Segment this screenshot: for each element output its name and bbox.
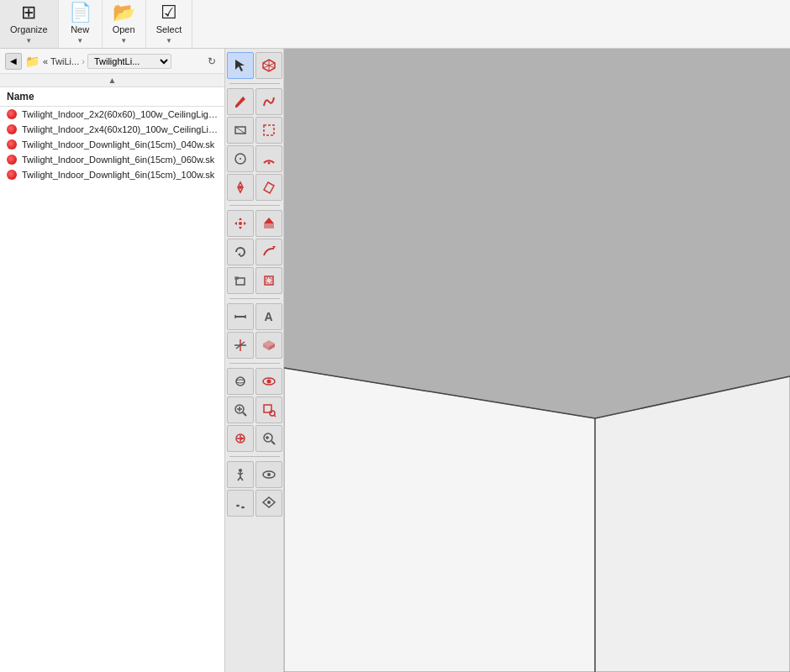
tool-row-8 — [227, 267, 282, 294]
svg-marker-13 — [264, 182, 274, 193]
tool-separator-5 — [229, 456, 280, 457]
list-item[interactable]: Twilight_Indoor_Downlight_6in(15cm)_060w… — [0, 152, 224, 167]
svg-line-41 — [243, 412, 246, 416]
tool-row-13 — [227, 425, 282, 452]
svg-point-63 — [236, 505, 240, 507]
main-toolbar: ⊞ Organize ▼ 📄 New ▼ 📂 Open ▼ ☑ Select ▼ — [0, 0, 790, 49]
circle-tool-button[interactable] — [227, 145, 254, 172]
rotate-tool-button[interactable] — [227, 239, 254, 265]
tool-row-1 — [227, 52, 282, 79]
scale-tool-button[interactable] — [227, 267, 254, 294]
walk-button[interactable] — [227, 461, 254, 488]
organize-arrow: ▼ — [25, 37, 32, 45]
svg-rect-24 — [234, 276, 239, 280]
section-plane-button[interactable] — [255, 332, 282, 359]
collapse-bar[interactable]: ▲ — [0, 74, 224, 87]
tool-row-12 — [227, 396, 282, 423]
orbit-button[interactable] — [227, 368, 254, 395]
look-around-button[interactable] — [255, 461, 282, 488]
tool-row-5 — [227, 174, 282, 201]
follow-me-button[interactable] — [255, 239, 282, 265]
open-label: Open — [113, 24, 135, 34]
svg-marker-16 — [234, 222, 237, 225]
select-arrow: ▼ — [166, 37, 172, 45]
push-pull-button[interactable] — [255, 210, 282, 237]
folder-icon: 📁 — [25, 55, 40, 68]
new-button[interactable]: 📄 New ▼ — [59, 0, 103, 48]
arc-tool-button[interactable] — [255, 145, 282, 172]
file-icon — [7, 155, 17, 165]
breadcrumb-path: « TwiLi... › TwilightLi... — [43, 54, 201, 69]
svg-marker-15 — [239, 227, 242, 229]
svg-line-7 — [235, 127, 245, 134]
open-button[interactable]: 📂 Open ▼ — [103, 0, 146, 48]
3d-tool-button[interactable] — [255, 52, 282, 79]
open-arrow: ▼ — [120, 37, 127, 45]
svg-point-11 — [267, 162, 270, 165]
list-item[interactable]: Twilight_Indoor_2x2(60x60)_100w_CeilingL… — [0, 107, 224, 122]
list-item[interactable]: Twilight_Indoor_Downlight_6in(15cm)_100w… — [0, 167, 224, 182]
zoom-extents-button[interactable] — [227, 425, 254, 452]
svg-point-55 — [239, 469, 242, 472]
svg-point-37 — [236, 380, 245, 383]
select-rect-tool-button[interactable] — [255, 117, 282, 144]
pen-tool-button[interactable] — [227, 174, 254, 201]
eraser-tool-button[interactable] — [255, 174, 282, 201]
rect-tool-button[interactable] — [227, 117, 254, 144]
svg-point-62 — [267, 473, 271, 476]
svg-marker-17 — [244, 222, 246, 225]
back-button[interactable]: ◀ — [5, 53, 22, 70]
select-tool-button[interactable] — [227, 52, 254, 79]
tool-row-7 — [227, 239, 282, 265]
svg-marker-21 — [238, 253, 240, 256]
file-icon — [7, 139, 17, 150]
new-arrow: ▼ — [76, 37, 83, 45]
pencil-tool-button[interactable] — [227, 88, 254, 115]
svg-line-52 — [271, 441, 275, 444]
offset-tool-button[interactable] — [255, 267, 282, 294]
breadcrumb-separator: › — [82, 56, 85, 66]
list-item[interactable]: Twilight_Indoor_2x4(60x120)_100w_Ceiling… — [0, 122, 224, 137]
svg-rect-19 — [264, 223, 274, 228]
svg-point-18 — [239, 222, 242, 225]
refresh-button[interactable]: ↻ — [204, 54, 219, 69]
move-tool-button[interactable] — [227, 210, 254, 237]
axes-tool-button[interactable] — [227, 332, 254, 359]
main-area: ◀ 📁 « TwiLi... › TwilightLi... ↻ ▲ Name … — [0, 49, 790, 672]
look-button[interactable] — [255, 368, 282, 395]
file-icon — [7, 109, 17, 119]
left-panel: ◀ 📁 « TwiLi... › TwilightLi... ↻ ▲ Name … — [0, 49, 225, 672]
zoom-window-button[interactable] — [255, 396, 282, 423]
advanced-camera-button[interactable] — [255, 490, 282, 517]
text-tool-button[interactable]: A — [255, 303, 282, 330]
tool-separator-3 — [229, 298, 280, 299]
zoom-previous-button[interactable] — [255, 425, 282, 452]
svg-line-46 — [274, 415, 276, 417]
svg-point-12 — [239, 186, 242, 189]
3d-viewport[interactable] — [284, 49, 790, 672]
organize-icon: ⊞ — [21, 3, 36, 22]
breadcrumb-dropdown[interactable]: TwilightLi... — [87, 54, 171, 69]
organize-label: Organize — [10, 24, 48, 34]
select-icon: ☑ — [161, 3, 177, 22]
tool-row-9: A — [227, 303, 282, 330]
zoom-button[interactable] — [227, 396, 254, 423]
select-button[interactable]: ☑ Select ▼ — [146, 0, 193, 48]
tool-separator-2 — [229, 205, 280, 206]
file-name: Twilight_Indoor_Downlight_6in(15cm)_040w… — [22, 139, 214, 150]
organize-button[interactable]: ⊞ Organize ▼ — [0, 0, 59, 48]
tape-measure-button[interactable] — [227, 303, 254, 330]
tool-row-14 — [227, 461, 282, 488]
svg-point-39 — [266, 380, 271, 384]
new-label: New — [71, 24, 89, 34]
collapse-icon: ▲ — [108, 76, 117, 85]
file-name: Twilight_Indoor_2x2(60x60)_100w_CeilingL… — [22, 109, 218, 119]
position-camera-button[interactable] — [227, 490, 254, 517]
breadcrumb-short: « TwiLi... — [43, 56, 79, 66]
select-label: Select — [156, 24, 182, 34]
tool-row-3 — [227, 117, 282, 144]
svg-point-10 — [240, 158, 241, 160]
freehand-tool-button[interactable] — [255, 88, 282, 115]
tool-row-11 — [227, 368, 282, 395]
list-item[interactable]: Twilight_Indoor_Downlight_6in(15cm)_040w… — [0, 137, 224, 152]
